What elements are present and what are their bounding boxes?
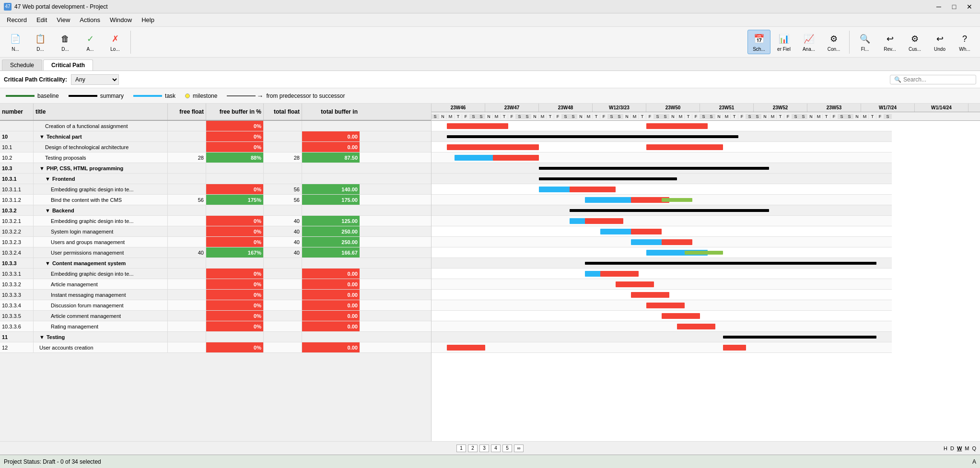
table-row[interactable]: 10.3.3.6Rating management0%0.00 [0, 321, 431, 332]
baseline-label: baseline [37, 93, 59, 99]
toolbar-duplicate[interactable]: 📋 D... [29, 30, 52, 54]
toolbar-custom[interactable]: ⚙ Cus... [903, 30, 926, 54]
cell-free-float [168, 269, 206, 279]
cell-free-buffer [206, 205, 264, 215]
minimize-button[interactable]: ─ [932, 2, 945, 12]
table-row[interactable]: 10.3▼PHP, CSS, HTML programming [0, 163, 431, 174]
cell-number: 10.3.1.1 [0, 184, 34, 194]
cell-free-buffer: 0% [206, 279, 264, 289]
toolbar-apply[interactable]: ✓ A... [79, 30, 102, 54]
table-row[interactable]: 10.1Design of technological architecture… [0, 142, 431, 152]
cell-number: 10.3.2.3 [0, 237, 34, 247]
cell-number: 11 [0, 332, 34, 342]
statusbar: Project Status: Draft - 0 of 34 selected… [0, 455, 980, 468]
cell-total-float: 40 [264, 247, 302, 257]
tab-critical-path[interactable]: Critical Path [43, 59, 93, 70]
toolbar-review[interactable]: ↩ Rev... [878, 30, 901, 54]
page-4[interactable]: 4 [491, 445, 501, 452]
cell-number: 10.3.3.6 [0, 321, 34, 331]
page-more[interactable]: ∞ [514, 445, 524, 452]
day-header: S [754, 114, 761, 119]
toolbar-cancel[interactable]: ✗ Lo... [104, 30, 127, 54]
menu-help[interactable]: Help [137, 14, 159, 25]
table-row[interactable]: 12User accounts creation0%0.00 [0, 342, 431, 353]
toolbar-analyze[interactable]: 📈 Ana... [797, 30, 820, 54]
menu-edit[interactable]: Edit [32, 14, 52, 25]
toolbar-filter[interactable]: 🔍 Fl... [853, 30, 876, 54]
page-3[interactable]: 3 [479, 445, 489, 452]
toolbar-undo[interactable]: ↩ Undo [928, 30, 951, 54]
maximize-button[interactable]: □ [947, 2, 961, 12]
table-row[interactable]: 10.3.3.3Instant messaging management0%0.… [0, 290, 431, 300]
search-input[interactable] [903, 76, 975, 83]
cell-total-buffer: 250.00 [302, 226, 360, 236]
table-row[interactable]: 10.3.3▼Content management system [0, 258, 431, 269]
menu-actions[interactable]: Actions [75, 14, 105, 25]
cell-free-buffer: 167% [206, 247, 264, 257]
table-row[interactable]: 10▼Technical part0%0.00 [0, 131, 431, 142]
tab-schedule[interactable]: Schedule [2, 59, 42, 70]
gantt-bar [600, 271, 639, 277]
toolbar-schedule[interactable]: 📅 Sch... [747, 30, 770, 54]
cell-free-float [168, 258, 206, 268]
day-header: F [508, 114, 516, 119]
cell-free-float [168, 290, 206, 300]
table-row[interactable]: 10.3.2.4User permissions management40167… [0, 247, 431, 258]
gantt-bar [685, 251, 723, 255]
gantt-bar [616, 281, 654, 287]
cell-title: ▼Technical part [34, 131, 168, 141]
day-header: N [531, 114, 539, 119]
day-header: S [524, 114, 531, 119]
gantt-bar [570, 209, 769, 212]
page-2[interactable]: 2 [468, 445, 478, 452]
left-table: number title free float free buffer in %… [0, 104, 432, 441]
gantt-row [432, 247, 892, 258]
task-line [133, 95, 162, 97]
toolbar-delete[interactable]: 🗑 D... [54, 30, 77, 54]
day-header: F [784, 114, 792, 119]
page-5[interactable]: 5 [502, 445, 512, 452]
table-row[interactable]: 10.3.3.2Article management0%0.00 [0, 279, 431, 290]
menu-record[interactable]: Record [2, 14, 32, 25]
table-row[interactable]: 10.3.1▼Frontend [0, 174, 431, 184]
table-row[interactable]: 10.3.3.1Embedding graphic design into te… [0, 269, 431, 279]
toolbar-fields[interactable]: 📊 er Fiel [772, 30, 795, 54]
close-button[interactable]: ✕ [963, 2, 976, 12]
gantt-body[interactable] [432, 121, 980, 441]
toolbar-duplicate-label: D... [36, 47, 44, 52]
legend-milestone: milestone [185, 93, 217, 99]
zoom-label: H [944, 445, 947, 451]
table-row[interactable]: 10.3.1.2Bind the content with the CMS561… [0, 195, 431, 205]
menu-window[interactable]: Window [105, 14, 137, 25]
gantt-row [432, 342, 892, 353]
cell-free-buffer [206, 163, 264, 173]
table-row[interactable]: 10.3.3.4Discussion forum management0%0.0… [0, 300, 431, 311]
table-row[interactable]: 10.3.2.3Users and groups management0%402… [0, 237, 431, 247]
criticality-select[interactable]: Any Critical Non-Critical [71, 74, 119, 85]
cell-total-buffer [302, 332, 360, 342]
new-icon: 📄 [9, 32, 22, 46]
gantt-row [432, 216, 892, 226]
toolbar-new[interactable]: 📄 N... [4, 30, 27, 54]
gantt-row [432, 290, 892, 300]
day-header: M [447, 114, 455, 119]
table-row[interactable]: 10.2Testing proposals2888%2887.50 [0, 152, 431, 163]
table-row[interactable]: 10.3.2.1Embedding graphic design into te… [0, 216, 431, 226]
day-header: T [823, 114, 830, 119]
day-header: T [501, 114, 508, 119]
table-row[interactable]: 10.3.1.1Embedding graphic design into te… [0, 184, 431, 195]
table-header: number title free float free buffer in %… [0, 104, 431, 121]
menu-view[interactable]: View [52, 14, 75, 25]
table-row[interactable]: Creation of a functional assignment0% [0, 121, 431, 131]
toolbar-what[interactable]: ? Wh... [953, 30, 976, 54]
page-1[interactable]: 1 [456, 445, 466, 452]
gantt-bar [447, 123, 508, 129]
table-row[interactable]: 10.3.2▼Backend [0, 205, 431, 216]
day-header: T [777, 114, 784, 119]
table-row[interactable]: 10.3.2.2System login management0%40250.0… [0, 226, 431, 237]
table-row[interactable]: 11▼Testing [0, 332, 431, 342]
cell-title: ▼PHP, CSS, HTML programming [34, 163, 168, 173]
cell-total-buffer: 250.00 [302, 237, 360, 247]
table-row[interactable]: 10.3.3.5Article comment management0%0.00 [0, 311, 431, 321]
toolbar-configure[interactable]: ⚙ Con... [822, 30, 845, 54]
